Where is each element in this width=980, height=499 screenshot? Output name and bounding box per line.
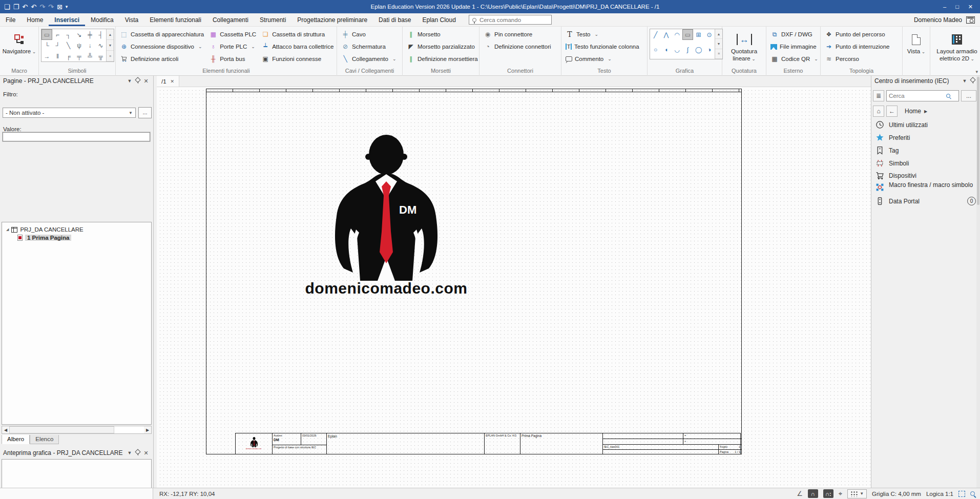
- graphic-cell-ellipse[interactable]: ◯: [693, 44, 704, 55]
- gallery-up-icon[interactable]: ▲: [715, 29, 722, 39]
- insertion-search[interactable]: [886, 90, 959, 101]
- funzioni-connesse-button[interactable]: ▣ Funzioni connesse: [259, 53, 336, 65]
- search-more-button[interactable]: ...: [961, 90, 976, 101]
- panel-close-icon[interactable]: ✕: [142, 78, 150, 85]
- panel-pin-button[interactable]: [134, 449, 142, 457]
- tree-node-project[interactable]: ◢ PRJ_DA CANCELLARE: [2, 225, 151, 234]
- percorso-button[interactable]: ≋ Percorso: [823, 53, 891, 65]
- dxf-dwg-button[interactable]: ⧉ DXF / DWG: [768, 29, 820, 40]
- graphic-cell-spline[interactable]: ∫: [682, 44, 693, 55]
- symbol-cell[interactable]: ▭: [41, 29, 52, 40]
- symbol-cell[interactable]: ↓: [85, 40, 95, 51]
- tab-home[interactable]: Home: [21, 13, 49, 26]
- command-search[interactable]: [469, 15, 552, 25]
- maximize-button[interactable]: □: [955, 4, 959, 10]
- item-preferiti[interactable]: Preferiti: [875, 133, 976, 142]
- pin-connettore-button[interactable]: ◉ Pin connettore: [482, 29, 553, 40]
- command-search-input[interactable]: [479, 17, 541, 23]
- angle-snap-icon[interactable]: ∠: [797, 490, 803, 497]
- graphic-cell-circle[interactable]: ○: [650, 44, 661, 55]
- symbol-cell[interactable]: ψ: [74, 40, 85, 51]
- cassetta-plc-button[interactable]: ▦ Cassetta PLC: [207, 29, 258, 40]
- panel-menu-icon[interactable]: ▼: [126, 450, 134, 455]
- tree-node-page[interactable]: 1 Prima Pagina: [2, 234, 151, 242]
- value-input[interactable]: [3, 132, 150, 141]
- scroll-right-icon[interactable]: ▶: [144, 426, 151, 433]
- item-dispositivi[interactable]: Dispositivi: [875, 171, 976, 180]
- morsetto-parzializzato-button[interactable]: ◤ Morsetto parzializzato: [405, 41, 480, 52]
- tab-strumenti[interactable]: Strumenti: [254, 13, 291, 26]
- zoom-icon[interactable]: [970, 491, 975, 496]
- navigatore-button[interactable]: Navigatore: [2, 29, 36, 55]
- undo-history-icon[interactable]: ↶: [22, 4, 28, 10]
- codice-qr-button[interactable]: ▦ Codice QR: [768, 53, 820, 65]
- symbol-cell[interactable]: ⌐: [52, 29, 63, 40]
- tab-progettazione-preliminare[interactable]: Progettazione preliminare: [291, 13, 373, 26]
- back-icon[interactable]: ←: [886, 106, 898, 117]
- gallery-expand-icon[interactable]: ≡: [715, 49, 722, 59]
- tab-inserisci[interactable]: Inserisci: [49, 13, 85, 26]
- item-ultimi-utilizzati[interactable]: Ultimi utilizzati: [875, 120, 976, 129]
- testo-funzionale-colonna-button[interactable]: Testo funzionale colonna: [564, 41, 641, 52]
- symbol-cell[interactable]: ╦: [95, 51, 106, 61]
- graphic-cell-line[interactable]: ╱: [650, 29, 661, 40]
- tab-dati-di-base[interactable]: Dati di base: [373, 13, 416, 26]
- definizione-morsettiera-button[interactable]: ∥ Definizione morsettiera: [405, 53, 480, 65]
- user-account-icon[interactable]: [966, 16, 975, 24]
- gallery-down-icon[interactable]: ▼: [715, 39, 722, 49]
- layout-armadio-2d-button[interactable]: Layout armadio elettrico 2D: [932, 29, 980, 63]
- undo-icon[interactable]: ↶: [31, 4, 36, 10]
- item-simboli[interactable]: Simboli: [875, 159, 976, 168]
- symbol-cell[interactable]: ↘: [74, 29, 85, 40]
- porta-bus-button[interactable]: ╫ Porta bus: [207, 53, 258, 65]
- item-tag[interactable]: Tag: [875, 146, 976, 155]
- filter-combobox[interactable]: - Non attivato - ▼: [3, 108, 136, 118]
- grid-snap-icon[interactable]: ∩:: [823, 489, 833, 498]
- redo-icon[interactable]: ↷: [39, 4, 45, 10]
- tab-albero[interactable]: Albero: [2, 435, 30, 444]
- panel-pin-button[interactable]: [134, 77, 142, 85]
- tab-vista[interactable]: Vista: [119, 13, 144, 26]
- horizontal-scrollbar[interactable]: ◀ ▶: [2, 426, 152, 434]
- graphic-cell-segment[interactable]: ◖: [661, 44, 672, 55]
- graphic-cell-sector[interactable]: ◑: [704, 44, 715, 55]
- panel-close-icon[interactable]: ✕: [142, 450, 150, 456]
- item-data-portal[interactable]: Data Portal 0: [875, 197, 976, 205]
- graphic-cell-polyline[interactable]: ⋀: [661, 29, 672, 40]
- schermatura-button[interactable]: ⊘ Schermatura: [339, 41, 399, 52]
- tab-collegamenti[interactable]: Collegamenti: [207, 13, 254, 26]
- graphic-cell-arc[interactable]: ◠: [672, 29, 682, 40]
- connessione-dispositivo-button[interactable]: ⊕ Connessione dispositivo: [118, 41, 206, 52]
- scroll-left-icon[interactable]: ◀: [2, 426, 9, 433]
- symbol-cell[interactable]: ∿: [95, 40, 106, 51]
- cassetta-di-struttura-button[interactable]: ❏ Cassetta di struttura: [259, 29, 336, 40]
- breadcrumb[interactable]: Home ▶: [900, 108, 927, 115]
- cavo-button[interactable]: ╪ Cavo: [339, 29, 399, 40]
- gallery-expand-icon[interactable]: ≡: [107, 51, 114, 61]
- collapse-ribbon-icon[interactable]: ▾: [975, 69, 978, 74]
- porte-plc-button[interactable]: ♁ Porte PLC: [207, 41, 258, 52]
- gallery-down-icon[interactable]: ▼: [107, 40, 114, 51]
- cassetta-di-apparecchiatura-button[interactable]: ⬚ Cassetta di apparecchiatura: [118, 29, 206, 40]
- drawing-canvas[interactable]: DM domenicomadeo.com domenicomadeo.com A…: [157, 87, 871, 488]
- object-snap-icon[interactable]: ∩: [808, 489, 818, 498]
- design-mode-icon[interactable]: ⌖: [839, 490, 842, 497]
- panel-menu-icon[interactable]: ▼: [961, 78, 969, 84]
- collegamento-button[interactable]: ╲ Collegamento: [339, 53, 399, 65]
- quotatura-lineare-button[interactable]: Quotatura lineare: [724, 29, 764, 63]
- file-immagine-button[interactable]: File immagine: [768, 41, 820, 52]
- symbol-cell[interactable]: →: [41, 51, 52, 61]
- tab-file[interactable]: File: [0, 13, 21, 26]
- graphic-cell-rectangle2[interactable]: ⊞: [693, 29, 704, 40]
- home-icon[interactable]: ⌂: [873, 106, 884, 117]
- attacco-barra-collettrice-button[interactable]: ┷ Attacco barra collettrice: [259, 41, 336, 52]
- panel-menu-icon[interactable]: ▼: [126, 78, 134, 84]
- symbol-cell[interactable]: ╒: [63, 51, 74, 61]
- vista-button[interactable]: Vista: [905, 29, 928, 55]
- commento-button[interactable]: Commento: [564, 53, 641, 65]
- close-button[interactable]: ✕: [968, 4, 973, 10]
- minimize-button[interactable]: –: [943, 4, 946, 10]
- graphic-cell-circle-arc[interactable]: ⊙: [704, 29, 715, 40]
- punto-di-interruzione-button[interactable]: ➔ Punto di interruzione: [823, 41, 891, 52]
- vertical-scrollbar[interactable]: [976, 76, 980, 488]
